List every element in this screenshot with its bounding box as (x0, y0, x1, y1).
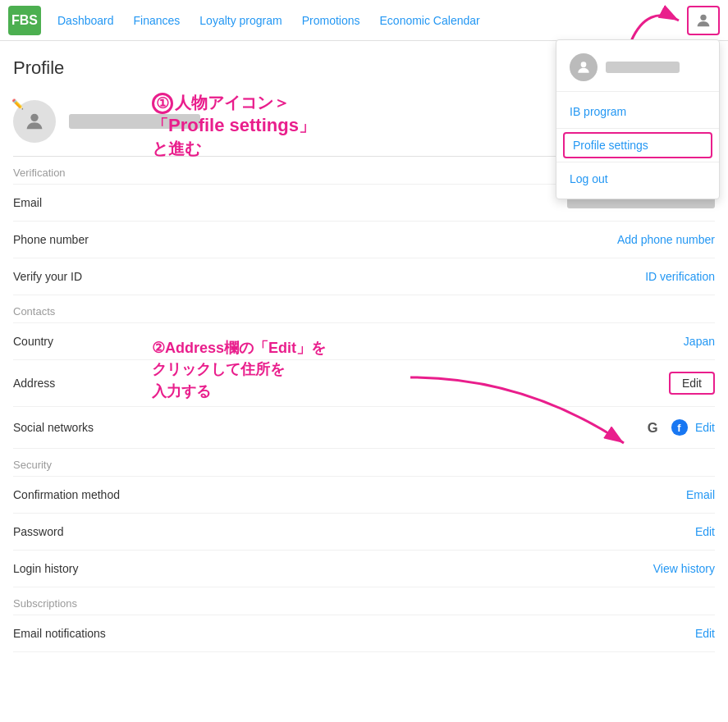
password-label: Password (13, 525, 63, 538)
svg-text:G: G (648, 420, 658, 435)
nav-dashboard[interactable]: Dashboard (57, 14, 114, 27)
password-edit-action[interactable]: Edit (695, 525, 715, 538)
dropdown-divider-1 (556, 128, 719, 129)
dropdown-divider-2 (556, 162, 719, 162)
dropdown-menu: IB program Profile settings Log out (556, 39, 720, 199)
id-verification-action[interactable]: ID verification (645, 270, 715, 283)
profile-name (69, 114, 200, 129)
email-notifications-action[interactable]: Edit (695, 627, 715, 640)
nav-finances[interactable]: Finances (134, 14, 181, 27)
svg-point-0 (700, 14, 706, 20)
subscriptions-section: Subscriptions (13, 587, 715, 615)
social-label: Social networks (13, 421, 94, 434)
address-edit-button[interactable]: Edit (669, 372, 715, 395)
login-history-action[interactable]: View history (653, 562, 715, 575)
address-label: Address (13, 377, 55, 390)
security-section: Security (13, 449, 715, 477)
password-row: Password Edit (13, 514, 715, 551)
email-notifications-label: Email notifications (13, 627, 106, 640)
dropdown-user-name (606, 62, 680, 73)
facebook-icon: f (671, 418, 689, 436)
confirmation-value: Email (686, 488, 715, 501)
dropdown-logout[interactable]: Log out (556, 166, 719, 192)
navbar: FBS Dashboard Finances Loyalty program P… (0, 0, 728, 41)
nav-loyalty-program[interactable]: Loyalty program (199, 14, 282, 27)
email-label: Email (13, 196, 42, 209)
edit-pencil-icon[interactable]: ✏️ (11, 98, 24, 110)
person-icon (694, 11, 712, 30)
contacts-section: Contacts (13, 295, 715, 323)
address-row: Address Edit (13, 360, 715, 407)
country-value: Japan (684, 335, 715, 348)
country-row: Country Japan (13, 323, 715, 360)
phone-label: Phone number (13, 233, 89, 246)
confirmation-row: Confirmation method Email (13, 477, 715, 514)
svg-point-3 (30, 114, 38, 121)
login-history-row: Login history View history (13, 551, 715, 587)
add-phone-action[interactable]: Add phone number (617, 233, 715, 246)
dropdown-header (556, 50, 719, 92)
login-history-label: Login history (13, 562, 78, 575)
confirmation-label: Confirmation method (13, 488, 120, 501)
verify-id-label: Verify your ID (13, 270, 82, 283)
svg-point-2 (581, 62, 587, 67)
profile-avatar: ✏️ (13, 100, 56, 143)
social-icons-group: G f Edit (646, 418, 715, 436)
country-label: Country (13, 335, 53, 348)
verify-id-row: Verify your ID ID verification (13, 258, 715, 295)
dropdown-ib-program[interactable]: IB program (556, 98, 719, 125)
social-row: Social networks G f Edit (13, 407, 715, 449)
svg-text:f: f (677, 422, 681, 434)
phone-row: Phone number Add phone number (13, 222, 715, 258)
google-icon: G (646, 418, 664, 436)
nav-promotions[interactable]: Promotions (302, 14, 360, 27)
profile-icon-button[interactable] (687, 6, 720, 35)
email-notifications-row: Email notifications Edit (13, 615, 715, 652)
dropdown-avatar (570, 53, 598, 81)
nav-links: Dashboard Finances Loyalty program Promo… (57, 14, 687, 27)
dropdown-profile-settings[interactable]: Profile settings (563, 132, 712, 158)
nav-economic-calendar[interactable]: Economic Calendar (380, 14, 480, 27)
social-edit-action[interactable]: Edit (695, 421, 715, 434)
fbs-logo: FBS (8, 6, 41, 35)
